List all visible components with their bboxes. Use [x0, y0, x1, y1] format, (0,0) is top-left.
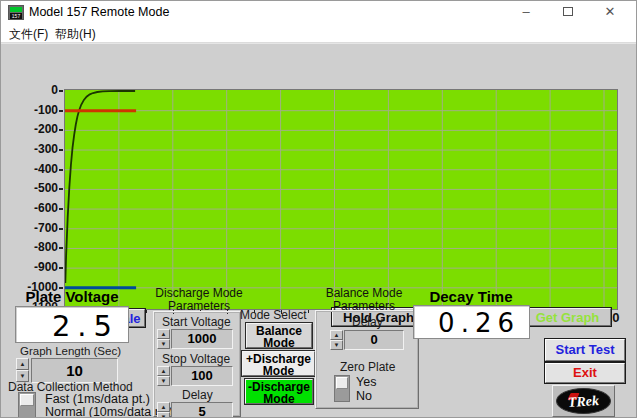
- start-voltage-input[interactable]: 1000: [171, 329, 233, 349]
- decay-time-display: 0.26: [413, 305, 530, 339]
- balance-mode-label: Balance Mode: [246, 323, 312, 348]
- y-tick-mark: [59, 129, 63, 131]
- spin-down-icon[interactable]: ▼: [157, 376, 170, 386]
- app-icon: 157: [8, 5, 24, 20]
- minimize-button[interactable]: –: [509, 1, 543, 23]
- maximize-icon: [563, 7, 573, 16]
- start-voltage-label: Start Voltage: [162, 315, 231, 329]
- y-tick-label: -200: [1, 122, 58, 136]
- decay-time-title: Decay Time: [416, 288, 526, 305]
- spin-down-icon[interactable]: ▼: [157, 339, 170, 349]
- data-collection-switch-handle[interactable]: [20, 394, 34, 406]
- get-graph-button[interactable]: Get Graph: [523, 307, 612, 327]
- stop-voltage-spinner[interactable]: ▲ ▼: [157, 366, 170, 386]
- discharge-delay-input[interactable]: 5: [171, 402, 233, 418]
- zero-plate-switch[interactable]: [334, 375, 350, 402]
- y-tick-mark: [59, 149, 63, 151]
- balance-delay-input[interactable]: 0: [344, 330, 404, 350]
- graph-length-spinner[interactable]: ▲ ▼: [16, 358, 29, 382]
- y-tick-mark: [59, 247, 63, 249]
- balance-mode-button[interactable]: Balance Mode: [245, 322, 313, 349]
- title-bar: 157 Model 157 Remote Mode – ✕: [1, 1, 636, 24]
- spin-down-icon[interactable]: ▼: [157, 412, 170, 418]
- start-test-label: Start Test: [545, 339, 625, 361]
- y-axis-ticks: [59, 90, 64, 310]
- trek-logo: TRek: [552, 385, 615, 417]
- balance-delay-label: Delay: [352, 315, 383, 329]
- balance-delay-spinner[interactable]: ▲ ▼: [330, 330, 343, 350]
- voltage-decay-graph: [65, 90, 617, 309]
- mode-select-label: Mode Select: [240, 308, 307, 322]
- plate-voltage-value: 2.5: [52, 309, 119, 343]
- y-axis-labels: 0-100-200-300-400-500-600-700-800-900-10…: [1, 90, 58, 309]
- y-tick-label: -500: [1, 181, 58, 195]
- y-tick-label: 0: [1, 83, 58, 97]
- maximize-button[interactable]: [551, 1, 585, 23]
- y-tick-mark: [59, 228, 63, 230]
- trek-logo-oval: TRek: [556, 388, 611, 414]
- plate-voltage-display: 2.5: [15, 306, 129, 343]
- spin-down-icon[interactable]: ▼: [330, 340, 343, 350]
- app-icon-green-bar: [10, 7, 22, 12]
- zero-plate-option-yes[interactable]: Yes: [356, 375, 376, 389]
- data-collection-switch[interactable]: [18, 392, 36, 418]
- exit-button[interactable]: Exit: [544, 362, 626, 384]
- stop-voltage-input[interactable]: 100: [171, 366, 233, 386]
- plus-discharge-mode-button[interactable]: +Discharge Mode: [241, 350, 316, 377]
- y-tick-mark: [59, 90, 63, 92]
- y-tick-label: -900: [1, 260, 58, 274]
- decay-time-value: 0.26: [438, 308, 520, 338]
- graph-length-label: Graph Length (Sec): [20, 345, 121, 357]
- stop-voltage-label: Stop Voltage: [162, 352, 230, 366]
- chart-panel: 0-100-200-300-400-500-600-700-800-900-10…: [1, 43, 637, 286]
- y-tick-label: -800: [1, 240, 58, 254]
- spin-up-icon[interactable]: ▲: [330, 330, 343, 340]
- data-collection-option-fast[interactable]: Fast (1ms/data pt.): [45, 392, 150, 406]
- plus-discharge-mode-label: +Discharge Mode: [242, 351, 315, 376]
- y-tick-mark: [59, 188, 63, 190]
- app-window: 157 Model 157 Remote Mode – ✕ 文件(F) 帮助(H…: [0, 0, 637, 418]
- balance-params-groupbox: Delay ▲ ▼ 0 Zero Plate Yes No: [315, 310, 419, 409]
- discharge-delay-label: Delay: [182, 388, 213, 402]
- y-tick-mark: [59, 208, 63, 210]
- plate-voltage-title: Plate Voltage: [11, 288, 133, 305]
- minus-discharge-mode-button[interactable]: -Discharge Mode: [244, 378, 314, 405]
- minus-discharge-mode-label: -Discharge Mode: [245, 379, 313, 404]
- window-title: Model 157 Remote Mode: [29, 5, 169, 19]
- spin-up-icon[interactable]: ▲: [157, 329, 170, 339]
- y-tick-mark: [59, 267, 63, 269]
- menu-item-file[interactable]: 文件(F): [9, 26, 48, 43]
- trek-logo-text: TRek: [557, 392, 611, 412]
- app-icon-label: 157: [10, 13, 22, 19]
- y-tick-mark: [59, 110, 63, 112]
- exit-label: Exit: [545, 363, 625, 383]
- start-voltage-spinner[interactable]: ▲ ▼: [157, 329, 170, 349]
- discharge-delay-spinner[interactable]: ▲ ▼: [157, 402, 170, 418]
- zero-plate-label: Zero Plate: [340, 360, 395, 374]
- get-graph-label: Get Graph: [524, 308, 611, 326]
- spin-up-icon[interactable]: ▲: [157, 366, 170, 376]
- menu-bar: 文件(F) 帮助(H): [1, 24, 636, 43]
- spin-up-icon[interactable]: ▲: [157, 402, 170, 412]
- y-tick-label: -100: [1, 103, 58, 117]
- y-tick-label: -700: [1, 221, 58, 235]
- close-button[interactable]: ✕: [593, 1, 627, 23]
- y-tick-label: -600: [1, 201, 58, 215]
- zero-plate-option-no[interactable]: No: [356, 389, 372, 403]
- zero-plate-switch-handle[interactable]: [336, 377, 348, 389]
- menu-item-help[interactable]: 帮助(H): [55, 26, 96, 43]
- discharge-params-groupbox: Start Voltage ▲ ▼ 1000 Stop Voltage ▲ ▼ …: [153, 311, 241, 417]
- spin-up-icon[interactable]: ▲: [16, 358, 29, 370]
- y-tick-label: -300: [1, 142, 58, 156]
- start-test-button[interactable]: Start Test: [544, 338, 626, 362]
- y-tick-mark: [59, 169, 63, 171]
- y-tick-label: -400: [1, 162, 58, 176]
